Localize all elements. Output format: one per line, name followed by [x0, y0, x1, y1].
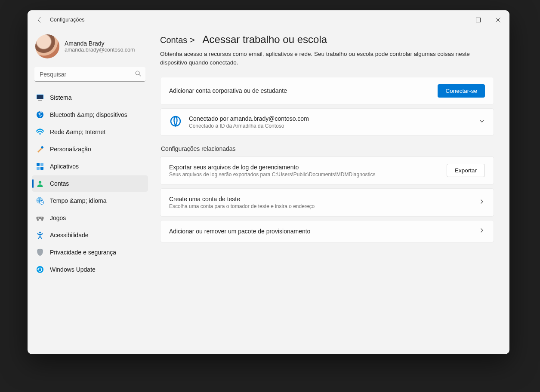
- close-icon: [496, 18, 500, 22]
- add-account-text: Adicionar conta corporativa ou de estuda…: [169, 87, 431, 94]
- export-logs-card: Exportar seus arquivos de log de gerenci…: [160, 156, 494, 185]
- svg-point-16: [39, 232, 41, 233]
- sidebar-item-label: Jogos: [50, 214, 66, 221]
- chevron-right-icon: [479, 199, 485, 206]
- main-content: Contas > Acessar trabalho ou escola Obte…: [152, 29, 509, 354]
- export-logs-sub: Seus arquivos de log serão exportados pa…: [169, 172, 440, 178]
- connected-text: Conectado por amanda.brady@contoso.com C…: [189, 115, 472, 129]
- provisioning-title: Adicionar ou remover um pacote de provis…: [169, 228, 472, 235]
- svg-point-18: [171, 116, 180, 126]
- sidebar-item-personalization[interactable]: Personalização: [32, 141, 148, 157]
- svg-rect-8: [37, 163, 40, 166]
- sidebar-item-label: Personalização: [50, 146, 91, 153]
- sidebar-item-label: Privacidade e segurança: [50, 249, 116, 256]
- test-account-sub: Escolha uma conta para o tomador de test…: [169, 203, 472, 209]
- maximize-button[interactable]: [468, 11, 488, 28]
- svg-rect-10: [37, 167, 40, 170]
- window-controls: [448, 11, 508, 28]
- update-icon: [36, 266, 44, 273]
- test-account-text: Create uma conta de teste Escolha uma co…: [169, 196, 472, 209]
- sidebar-item-label: Rede &amp; Internet: [50, 129, 105, 135]
- sidebar: Amanda Brady amanda.brady@contoso.com Si…: [28, 29, 152, 354]
- svg-rect-3: [37, 95, 43, 99]
- search-input[interactable]: [34, 67, 145, 82]
- svg-point-6: [39, 133, 41, 135]
- page-title: Acessar trabalho ou escola: [203, 34, 327, 46]
- svg-rect-0: [476, 18, 480, 22]
- sidebar-item-apps[interactable]: Aplicativos: [32, 158, 148, 175]
- shield-icon: [36, 248, 44, 256]
- svg-point-1: [136, 71, 139, 75]
- sidebar-item-accessibility[interactable]: Acessibilidade: [32, 227, 148, 243]
- sidebar-item-label: Contas: [50, 180, 69, 187]
- profile-email: amanda.brady@contoso.com: [65, 47, 135, 53]
- breadcrumb-prev[interactable]: Contas >: [160, 35, 195, 45]
- create-test-account-card[interactable]: Create uma conta de teste Escolha uma co…: [160, 188, 494, 217]
- sidebar-item-label: Bluetooth &amp; dispositivos: [50, 111, 127, 118]
- wifi-icon: [36, 128, 44, 136]
- export-button[interactable]: Exportar: [447, 164, 485, 177]
- test-account-title: Create uma conta de teste: [169, 196, 472, 202]
- close-button[interactable]: [488, 11, 508, 28]
- arrow-left-icon: [36, 16, 43, 23]
- profile-name: Amanda Brady: [65, 40, 135, 47]
- sidebar-item-label: Tempo &amp; idioma: [50, 197, 107, 204]
- add-account-card: Adicionar conta corporativa ou de estuda…: [160, 77, 494, 105]
- svg-rect-4: [38, 100, 42, 101]
- connected-title: Conectado por amanda.brady@contoso.com: [189, 115, 472, 122]
- connect-button[interactable]: Conectar-se: [438, 84, 485, 98]
- sidebar-item-time-language[interactable]: Tempo &amp; idioma: [32, 193, 148, 209]
- paintbrush-icon: [36, 145, 44, 153]
- search-wrap: [34, 67, 145, 82]
- add-account-title: Adicionar conta corporativa ou de estuda…: [169, 87, 431, 94]
- chevron-down-icon: [479, 118, 485, 126]
- company-icon: [169, 115, 182, 129]
- person-icon: [36, 180, 44, 187]
- svg-rect-9: [40, 163, 43, 166]
- accessibility-icon: [36, 231, 44, 239]
- page-description: Obtenha acesso a recursos como email, ap…: [160, 50, 494, 67]
- sidebar-item-accounts[interactable]: Contas: [32, 175, 148, 192]
- bluetooth-icon: [36, 111, 44, 119]
- sidebar-item-label: Aplicativos: [50, 163, 79, 170]
- avatar: [35, 34, 59, 58]
- sidebar-item-windows-update[interactable]: Windows Update: [32, 261, 148, 278]
- connected-account-card[interactable]: Conectado por amanda.brady@contoso.com C…: [160, 108, 494, 136]
- profile-block[interactable]: Amanda Brady amanda.brady@contoso.com: [32, 32, 148, 66]
- minimize-button[interactable]: [448, 11, 468, 28]
- titlebar: Configurações: [28, 10, 509, 29]
- minimize-icon: [456, 18, 461, 22]
- export-logs-text: Exportar seus arquivos de log de gerenci…: [169, 164, 440, 178]
- chevron-right-icon: [479, 227, 485, 235]
- svg-rect-11: [40, 167, 43, 170]
- system-icon: [36, 94, 44, 101]
- body: Amanda Brady amanda.brady@contoso.com Si…: [28, 29, 509, 354]
- sidebar-item-network[interactable]: Rede &amp; Internet: [32, 124, 148, 140]
- export-logs-title: Exportar seus arquivos de log de gerenci…: [169, 164, 440, 171]
- sidebar-item-gaming[interactable]: Jogos: [32, 210, 148, 226]
- settings-window: Configurações Amanda Brady amanda.brady@…: [28, 10, 509, 354]
- provisioning-package-card[interactable]: Adicionar ou remover um pacote de provis…: [160, 220, 494, 242]
- breadcrumb: Contas > Acessar trabalho ou escola: [160, 34, 494, 46]
- sidebar-item-label: Windows Update: [50, 266, 96, 273]
- apps-icon: [36, 162, 44, 170]
- sidebar-item-label: Sistema: [50, 94, 72, 101]
- search-icon: [135, 70, 141, 78]
- connected-sub: Conectado à ID da Armadilha da Contoso: [189, 123, 472, 129]
- provisioning-text: Adicionar ou remover um pacote de provis…: [169, 228, 472, 235]
- profile-text: Amanda Brady amanda.brady@contoso.com: [65, 40, 135, 53]
- sidebar-item-system[interactable]: Sistema: [32, 89, 148, 106]
- svg-point-12: [39, 181, 41, 184]
- globe-clock-icon: [36, 197, 44, 205]
- sidebar-item-privacy[interactable]: Privacidade e segurança: [32, 244, 148, 260]
- back-button[interactable]: [31, 11, 48, 28]
- related-settings-heading: Configurações relacionadas: [161, 145, 494, 152]
- gamepad-icon: [36, 214, 44, 222]
- sidebar-item-bluetooth[interactable]: Bluetooth &amp; dispositivos: [32, 107, 148, 123]
- window-title: Configurações: [50, 17, 85, 23]
- svg-point-15: [41, 217, 42, 218]
- maximize-icon: [476, 18, 481, 22]
- sidebar-item-label: Acessibilidade: [50, 232, 89, 239]
